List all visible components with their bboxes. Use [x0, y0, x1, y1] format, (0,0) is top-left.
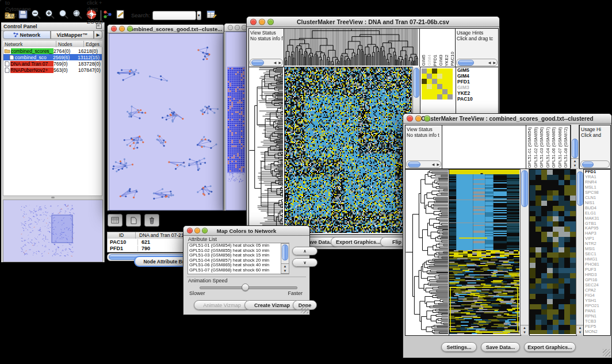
- window-controls[interactable]: [228, 25, 247, 30]
- network-view-titlebar[interactable]: combined_scores_good.txt--cluste...: [108, 25, 224, 33]
- resize-grip[interactable]: [603, 349, 610, 357]
- heatmap-vscrollbar[interactable]: ▲ ▼: [520, 169, 529, 335]
- network-row-combined-scores[interactable]: combined_scores_ 2764(0) 16218(0): [3, 48, 102, 54]
- row-dendrogram-panel[interactable]: [405, 169, 450, 336]
- zoom-out-icon[interactable]: [30, 9, 42, 22]
- scroll-right-icon[interactable]: ▶: [435, 163, 441, 166]
- speed-slider-thumb[interactable]: [242, 283, 249, 291]
- zoom-window-icon[interactable]: [202, 228, 208, 233]
- gene-label[interactable]: GIM4: [456, 73, 498, 79]
- view-status-hscrollbar[interactable]: ◀ ▶: [250, 59, 283, 66]
- scrollbar-thumb[interactable]: [572, 139, 578, 158]
- scroll-right-icon[interactable]: ▶: [277, 61, 282, 64]
- col-nodes[interactable]: Nodes: [56, 41, 84, 47]
- scroll-left-icon[interactable]: ◀: [431, 163, 436, 166]
- scrollbar-thumb[interactable]: [282, 244, 288, 260]
- close-icon[interactable]: [407, 116, 413, 122]
- delete-attribute-icon[interactable]: [144, 214, 159, 227]
- scroll-arrows[interactable]: ▲ ▼: [521, 325, 529, 335]
- attribute-list-vscrollbar[interactable]: ▲ ▼: [281, 243, 289, 274]
- scroll-up-icon[interactable]: ▲: [281, 264, 289, 269]
- window-controls[interactable]: [407, 116, 430, 122]
- treeview-dna-titlebar[interactable]: ClusterMaker TreeView : DNA and Tran 07-…: [247, 17, 499, 27]
- panel-splitter[interactable]: [3, 196, 102, 199]
- tab-overflow-button[interactable]: ▶: [94, 30, 102, 39]
- minimize-icon[interactable]: [194, 228, 200, 233]
- search-options-icon[interactable]: ▼: [197, 11, 201, 20]
- tab-vizmapper[interactable]: VizMapper™: [51, 30, 94, 39]
- dialog-titlebar[interactable]: Map Colors to Network: [183, 226, 309, 236]
- window-controls[interactable]: [250, 18, 274, 25]
- scrollbar-thumb[interactable]: [577, 171, 583, 206]
- birdseye-overview[interactable]: [3, 200, 103, 262]
- scroll-arrows[interactable]: ▲ ▼: [281, 263, 289, 273]
- column-dendrogram-panel[interactable]: [284, 28, 420, 67]
- scroll-left-icon[interactable]: ◀: [487, 61, 492, 64]
- network-canvas[interactable]: [109, 33, 223, 210]
- scroll-right-icon[interactable]: ▶: [492, 61, 497, 64]
- settings-button[interactable]: Settings...: [441, 342, 477, 352]
- col-network[interactable]: Network: [3, 41, 56, 47]
- gene-label[interactable]: GIM3: [456, 85, 498, 90]
- treeview-combined-titlebar[interactable]: ClusterMaker TreeView : combined_scores_…: [403, 114, 611, 124]
- col-edges[interactable]: Edges: [84, 41, 102, 47]
- gene-label[interactable]: YKE2: [456, 90, 498, 96]
- scroll-up-icon[interactable]: ▲: [571, 159, 579, 163]
- search-input[interactable]: [152, 11, 196, 20]
- zoom-window-icon[interactable]: [424, 116, 430, 122]
- attribute-item[interactable]: GPL51-07 (GSM868) heat shock 60 min: [188, 268, 289, 273]
- network-view-2-titlebar[interactable]: [224, 24, 248, 32]
- resize-grip[interactable]: [301, 306, 308, 313]
- move-up-button[interactable]: ∧: [292, 247, 318, 255]
- column-tree-panel[interactable]: [442, 125, 526, 169]
- close-icon[interactable]: [228, 25, 233, 30]
- close-icon[interactable]: [250, 18, 257, 25]
- close-icon[interactable]: [111, 26, 117, 32]
- new-attribute-icon[interactable]: [126, 214, 141, 227]
- minimize-icon[interactable]: [259, 18, 265, 25]
- gene-label[interactable]: GIM5: [456, 67, 498, 73]
- usage-hints-hscrollbar[interactable]: ◀ ▶: [456, 59, 498, 66]
- minimize-icon[interactable]: [415, 116, 422, 122]
- zoom-in-icon[interactable]: [44, 9, 56, 22]
- save-data-button[interactable]: Save Data...: [481, 342, 520, 352]
- usage-hints-hscrollbar[interactable]: [580, 160, 610, 168]
- export-graphics-button[interactable]: Export Graphics...: [331, 237, 386, 247]
- window-controls[interactable]: [187, 228, 208, 233]
- move-down-button[interactable]: ∨: [292, 258, 318, 267]
- zoom-heatmap-panel[interactable]: [529, 169, 577, 336]
- heatmap-panel[interactable]: [449, 169, 521, 336]
- labels-vscrollbar[interactable]: ▲ ▼: [571, 125, 579, 168]
- network-row-combined-sco-selected[interactable]: combined_sco 2569(6) 13112(15): [3, 54, 102, 60]
- zoom-fit-icon[interactable]: [58, 9, 70, 22]
- zoom-window-icon[interactable]: [127, 26, 133, 32]
- close-icon[interactable]: [187, 228, 193, 233]
- annotation-icon[interactable]: [115, 9, 125, 22]
- export-graphics-button[interactable]: Export Graphics...: [524, 342, 576, 352]
- view-status-hscrollbar[interactable]: ◀ ▶: [406, 160, 441, 168]
- scrollbar-thumb[interactable]: [521, 170, 528, 207]
- minimize-icon[interactable]: [235, 25, 240, 30]
- attribute-list[interactable]: GPL51-01 (GSM854) heat shock 05 minGPL51…: [188, 243, 289, 274]
- scroll-down-icon[interactable]: ▼: [281, 269, 289, 273]
- animate-vizmap-button[interactable]: Animate Vizmap: [194, 300, 250, 310]
- tab-network[interactable]: Network: [3, 30, 51, 39]
- zoom-window-icon[interactable]: [267, 18, 274, 25]
- attribute-editor-icon[interactable]: [206, 9, 217, 22]
- scroll-arrows[interactable]: ▲ ▼: [571, 158, 579, 168]
- gene-label[interactable]: PFD1: [456, 79, 498, 85]
- scroll-down-icon[interactable]: ▼: [521, 330, 529, 335]
- zoom-selected-icon[interactable]: [72, 9, 83, 22]
- gene-list-panel[interactable]: PFD1YRA1RNR4MSL1SPC98CLN1NIS1BUD4ELG1MAK…: [583, 169, 611, 336]
- scroll-up-icon[interactable]: ▲: [521, 325, 529, 330]
- scroll-left-icon[interactable]: ◀: [273, 61, 278, 64]
- minimize-icon[interactable]: [119, 26, 125, 32]
- scrollbar-thumb[interactable]: [414, 68, 419, 98]
- network-canvas-2[interactable]: [225, 32, 246, 210]
- network-row-dna-tran[interactable]: DNA and Tran 07 769(0) 183728(0): [3, 60, 102, 67]
- gene-label[interactable]: PAC10: [456, 96, 498, 102]
- plugin-manager-icon[interactable]: [102, 9, 113, 22]
- network-row-rnapuber[interactable]: RNAPuberNov2+ 563(0) 107847(0): [3, 67, 102, 73]
- attribute-table-icon[interactable]: [108, 214, 123, 227]
- gene-label[interactable]: MON2: [584, 329, 610, 335]
